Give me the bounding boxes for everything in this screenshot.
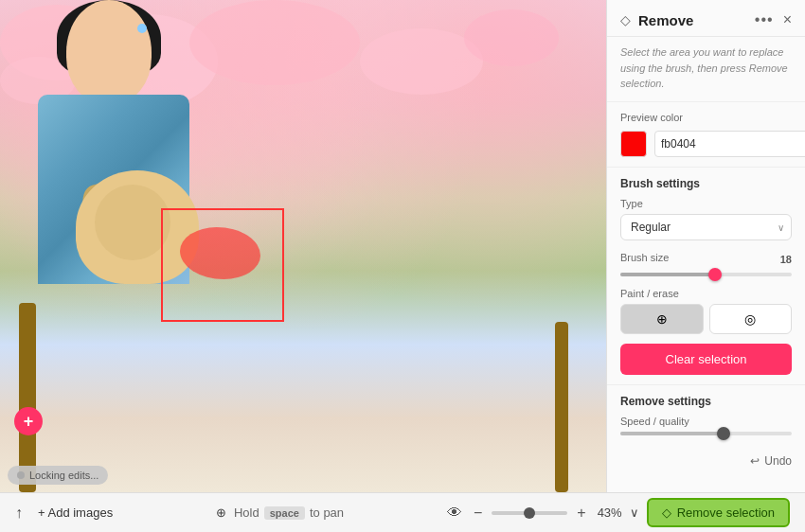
hair-pin bbox=[137, 24, 147, 33]
blossom-5 bbox=[464, 9, 559, 66]
hold-label: Hold bbox=[234, 505, 259, 520]
bottom-toolbar: ↑ + Add images ⊕ Hold space to pan 👁 − +… bbox=[0, 492, 805, 532]
brush-settings-section: Brush settings Type Regular Soft ∨ Brush… bbox=[607, 167, 805, 384]
paint-erase-row: ⊕ ◎ bbox=[620, 304, 792, 334]
panel-title-group: ◇ Remove bbox=[620, 12, 693, 28]
tree-trunk-right bbox=[555, 322, 568, 492]
clear-selection-button[interactable]: Clear selection bbox=[620, 344, 792, 375]
zoom-percent: 43% bbox=[598, 505, 622, 520]
hold-space-text: Hold space to pan bbox=[234, 505, 344, 520]
brush-size-slider-thumb[interactable] bbox=[708, 268, 722, 281]
bottom-left: ↑ + Add images bbox=[15, 505, 113, 522]
canvas-area[interactable]: + Locking edits... bbox=[0, 0, 606, 492]
color-swatch[interactable] bbox=[620, 131, 647, 157]
upload-icon[interactable]: ↑ bbox=[15, 505, 23, 522]
brush-size-slider-track[interactable] bbox=[620, 273, 792, 276]
remove-selection-label: Remove selection bbox=[677, 505, 775, 520]
panel-actions: ••• × bbox=[755, 11, 792, 28]
type-dropdown-wrapper: Regular Soft ∨ bbox=[620, 214, 792, 240]
color-hex-input[interactable] bbox=[654, 131, 805, 157]
paint-icon: ⊕ bbox=[656, 311, 668, 327]
preview-color-row: % bbox=[620, 131, 792, 157]
tree-trunk-left bbox=[19, 303, 36, 492]
more-options-button[interactable]: ••• bbox=[755, 11, 774, 28]
brush-size-label: Brush size bbox=[620, 252, 669, 263]
locking-dot bbox=[17, 471, 25, 479]
brush-size-value: 18 bbox=[780, 254, 792, 265]
eye-icon[interactable]: 👁 bbox=[447, 505, 462, 522]
dog-head bbox=[95, 185, 170, 260]
panel-description: Select the area you want to replace usin… bbox=[607, 37, 805, 102]
add-images-fab[interactable]: + bbox=[14, 407, 43, 435]
remove-selection-icon: ◇ bbox=[662, 505, 671, 520]
remove-settings-title: Remove settings bbox=[620, 385, 792, 416]
zoom-chevron-icon[interactable]: ∨ bbox=[630, 505, 639, 520]
locking-text: Locking edits... bbox=[29, 470, 98, 481]
preview-color-label: Preview color bbox=[620, 112, 792, 123]
person-head bbox=[66, 0, 152, 104]
erase-icon: ◎ bbox=[744, 311, 756, 327]
bottom-center: ⊕ Hold space to pan bbox=[216, 505, 344, 520]
space-key: space bbox=[264, 506, 305, 520]
pan-label: to pan bbox=[310, 505, 344, 520]
panel-header: ◇ Remove ••• × bbox=[607, 0, 805, 37]
zoom-controls: − + bbox=[470, 503, 590, 523]
erase-button[interactable]: ◎ bbox=[709, 304, 793, 334]
speed-quality-slider-thumb[interactable] bbox=[717, 427, 730, 440]
panel-title: Remove bbox=[638, 12, 693, 28]
move-icon: ⊕ bbox=[216, 505, 226, 520]
brush-settings-title: Brush settings bbox=[620, 168, 792, 198]
blossom-3 bbox=[189, 0, 360, 85]
bottom-right: 👁 − + 43% ∨ ◇ Remove selection bbox=[447, 498, 790, 527]
speed-quality-label: Speed / quality bbox=[620, 416, 792, 427]
right-panel: ◇ Remove ••• × Select the area you want … bbox=[606, 0, 805, 492]
undo-row: ↩ Undo bbox=[607, 447, 805, 475]
undo-button[interactable]: ↩ Undo bbox=[750, 454, 792, 468]
brush-size-slider-fill bbox=[620, 273, 715, 276]
add-images-button[interactable]: + Add images bbox=[38, 505, 113, 520]
brush-type-select[interactable]: Regular Soft bbox=[620, 214, 792, 240]
photo-scene bbox=[0, 0, 606, 492]
locking-banner: Locking edits... bbox=[8, 466, 108, 485]
remove-settings-section: Remove settings Speed / quality bbox=[607, 384, 805, 447]
remove-tool-icon: ◇ bbox=[620, 12, 631, 27]
zoom-slider-thumb[interactable] bbox=[524, 507, 535, 519]
zoom-in-button[interactable]: + bbox=[573, 503, 589, 523]
brush-size-row: Brush size 18 bbox=[620, 252, 792, 268]
brush-size-slider-container[interactable] bbox=[620, 273, 792, 276]
speed-quality-slider-track[interactable] bbox=[620, 432, 792, 435]
preview-color-section: Preview color % bbox=[607, 102, 805, 167]
remove-selection-button[interactable]: ◇ Remove selection bbox=[647, 498, 790, 527]
undo-icon: ↩ bbox=[750, 454, 760, 468]
zoom-out-button[interactable]: − bbox=[470, 503, 486, 523]
paint-button[interactable]: ⊕ bbox=[620, 304, 704, 334]
close-button[interactable]: × bbox=[783, 11, 792, 28]
speed-quality-slider-fill bbox=[620, 432, 724, 435]
type-label: Type bbox=[620, 198, 792, 209]
zoom-slider[interactable] bbox=[492, 511, 567, 515]
paint-erase-label: Paint / erase bbox=[620, 288, 792, 299]
speed-quality-slider-container[interactable] bbox=[620, 432, 792, 435]
undo-label: Undo bbox=[764, 454, 792, 468]
